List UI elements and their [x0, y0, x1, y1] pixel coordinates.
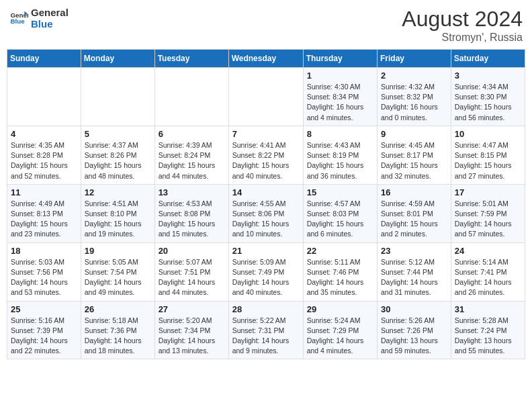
calendar-cell: 12Sunrise: 4:51 AM Sunset: 8:10 PM Dayli…: [81, 184, 154, 242]
calendar-cell: [7, 68, 81, 126]
day-detail: Sunrise: 5:11 AM Sunset: 7:46 PM Dayligh…: [307, 257, 373, 298]
calendar-cell: 18Sunrise: 5:03 AM Sunset: 7:56 PM Dayli…: [7, 242, 81, 301]
calendar-cell: 10Sunrise: 4:47 AM Sunset: 8:15 PM Dayli…: [451, 126, 525, 184]
day-number: 30: [381, 304, 447, 314]
day-detail: Sunrise: 5:05 AM Sunset: 7:54 PM Dayligh…: [85, 257, 151, 298]
month-year-title: August 2024: [402, 7, 523, 32]
weekday-header-wednesday: Wednesday: [228, 50, 303, 68]
calendar-cell: 1Sunrise: 4:30 AM Sunset: 8:34 PM Daylig…: [303, 68, 377, 126]
logo-icon: General Blue: [9, 9, 28, 28]
day-number: 3: [455, 71, 521, 81]
day-detail: Sunrise: 5:16 AM Sunset: 7:39 PM Dayligh…: [11, 316, 77, 357]
calendar-cell: 31Sunrise: 5:28 AM Sunset: 7:24 PM Dayli…: [451, 301, 525, 359]
day-number: 31: [455, 304, 521, 314]
day-number: 13: [159, 187, 225, 197]
calendar-cell: 26Sunrise: 5:18 AM Sunset: 7:36 PM Dayli…: [81, 301, 154, 359]
calendar-cell: 13Sunrise: 4:53 AM Sunset: 8:08 PM Dayli…: [154, 184, 228, 242]
calendar-cell: 30Sunrise: 5:26 AM Sunset: 7:26 PM Dayli…: [378, 301, 451, 359]
calendar-week-row: 18Sunrise: 5:03 AM Sunset: 7:56 PM Dayli…: [7, 242, 525, 301]
day-number: 4: [11, 129, 77, 139]
title-block: August 2024 Stromyn', Russia: [402, 7, 523, 44]
day-detail: Sunrise: 4:55 AM Sunset: 8:06 PM Dayligh…: [232, 199, 300, 240]
day-detail: Sunrise: 4:35 AM Sunset: 8:28 PM Dayligh…: [11, 140, 77, 181]
calendar-cell: 8Sunrise: 4:43 AM Sunset: 8:19 PM Daylig…: [303, 126, 377, 184]
day-number: 25: [11, 304, 77, 314]
logo-blue-text: Blue: [31, 18, 69, 30]
day-detail: Sunrise: 4:41 AM Sunset: 8:22 PM Dayligh…: [232, 140, 300, 181]
calendar-cell: 25Sunrise: 5:16 AM Sunset: 7:39 PM Dayli…: [7, 301, 81, 359]
weekday-header-thursday: Thursday: [303, 50, 377, 68]
calendar-cell: 27Sunrise: 5:20 AM Sunset: 7:34 PM Dayli…: [154, 301, 228, 359]
day-detail: Sunrise: 4:30 AM Sunset: 8:34 PM Dayligh…: [307, 82, 373, 123]
weekday-header-saturday: Saturday: [451, 50, 525, 68]
day-number: 15: [307, 187, 373, 197]
day-number: 18: [11, 246, 77, 256]
day-number: 23: [381, 246, 447, 256]
day-detail: Sunrise: 5:22 AM Sunset: 7:31 PM Dayligh…: [232, 316, 300, 357]
calendar-table: SundayMondayTuesdayWednesdayThursdayFrid…: [7, 49, 525, 359]
calendar-cell: 23Sunrise: 5:12 AM Sunset: 7:44 PM Dayli…: [378, 242, 451, 301]
calendar-cell: 28Sunrise: 5:22 AM Sunset: 7:31 PM Dayli…: [228, 301, 303, 359]
day-detail: Sunrise: 4:47 AM Sunset: 8:15 PM Dayligh…: [455, 140, 521, 181]
page-header: General Blue General Blue August 2024 St…: [7, 7, 525, 44]
logo: General Blue General Blue: [9, 7, 69, 30]
day-number: 21: [232, 246, 300, 256]
day-number: 20: [159, 246, 225, 256]
day-number: 28: [232, 304, 300, 314]
day-detail: Sunrise: 5:09 AM Sunset: 7:49 PM Dayligh…: [232, 257, 300, 298]
calendar-cell: [154, 68, 228, 126]
day-detail: Sunrise: 5:24 AM Sunset: 7:29 PM Dayligh…: [307, 316, 373, 357]
calendar-cell: 17Sunrise: 5:01 AM Sunset: 7:59 PM Dayli…: [451, 184, 525, 242]
day-number: 9: [381, 129, 447, 139]
calendar-week-row: 4Sunrise: 4:35 AM Sunset: 8:28 PM Daylig…: [7, 126, 525, 184]
calendar-week-row: 11Sunrise: 4:49 AM Sunset: 8:13 PM Dayli…: [7, 184, 525, 242]
day-number: 5: [85, 129, 151, 139]
calendar-cell: 7Sunrise: 4:41 AM Sunset: 8:22 PM Daylig…: [228, 126, 303, 184]
day-number: 12: [85, 187, 151, 197]
calendar-cell: [81, 68, 154, 126]
calendar-cell: 20Sunrise: 5:07 AM Sunset: 7:51 PM Dayli…: [154, 242, 228, 301]
calendar-cell: 22Sunrise: 5:11 AM Sunset: 7:46 PM Dayli…: [303, 242, 377, 301]
day-number: 6: [159, 129, 225, 139]
day-detail: Sunrise: 5:18 AM Sunset: 7:36 PM Dayligh…: [85, 316, 151, 357]
calendar-cell: 15Sunrise: 4:57 AM Sunset: 8:03 PM Dayli…: [303, 184, 377, 242]
logo-general-text: General: [31, 7, 69, 18]
day-number: 17: [455, 187, 521, 197]
day-detail: Sunrise: 5:01 AM Sunset: 7:59 PM Dayligh…: [455, 199, 521, 240]
calendar-cell: [228, 68, 303, 126]
calendar-cell: 29Sunrise: 5:24 AM Sunset: 7:29 PM Dayli…: [303, 301, 377, 359]
day-detail: Sunrise: 5:12 AM Sunset: 7:44 PM Dayligh…: [381, 257, 447, 298]
day-number: 11: [11, 187, 77, 197]
day-detail: Sunrise: 4:34 AM Sunset: 8:30 PM Dayligh…: [455, 82, 521, 123]
day-detail: Sunrise: 4:39 AM Sunset: 8:24 PM Dayligh…: [159, 140, 225, 181]
calendar-cell: 5Sunrise: 4:37 AM Sunset: 8:26 PM Daylig…: [81, 126, 154, 184]
day-detail: Sunrise: 4:49 AM Sunset: 8:13 PM Dayligh…: [11, 199, 77, 240]
day-number: 7: [232, 129, 300, 139]
calendar-cell: 2Sunrise: 4:32 AM Sunset: 8:32 PM Daylig…: [378, 68, 451, 126]
weekday-header-friday: Friday: [378, 50, 451, 68]
weekday-header-monday: Monday: [81, 50, 154, 68]
calendar-week-row: 25Sunrise: 5:16 AM Sunset: 7:39 PM Dayli…: [7, 301, 525, 359]
calendar-cell: 16Sunrise: 4:59 AM Sunset: 8:01 PM Dayli…: [378, 184, 451, 242]
day-detail: Sunrise: 5:14 AM Sunset: 7:41 PM Dayligh…: [455, 257, 521, 298]
calendar-cell: 6Sunrise: 4:39 AM Sunset: 8:24 PM Daylig…: [154, 126, 228, 184]
day-number: 8: [307, 129, 373, 139]
day-detail: Sunrise: 4:59 AM Sunset: 8:01 PM Dayligh…: [381, 199, 447, 240]
day-detail: Sunrise: 5:28 AM Sunset: 7:24 PM Dayligh…: [455, 316, 521, 357]
day-number: 1: [307, 71, 373, 81]
day-detail: Sunrise: 4:57 AM Sunset: 8:03 PM Dayligh…: [307, 199, 373, 240]
calendar-cell: 19Sunrise: 5:05 AM Sunset: 7:54 PM Dayli…: [81, 242, 154, 301]
day-detail: Sunrise: 5:03 AM Sunset: 7:56 PM Dayligh…: [11, 257, 77, 298]
calendar-cell: 14Sunrise: 4:55 AM Sunset: 8:06 PM Dayli…: [228, 184, 303, 242]
svg-text:Blue: Blue: [10, 18, 25, 26]
day-number: 27: [159, 304, 225, 314]
calendar-cell: 3Sunrise: 4:34 AM Sunset: 8:30 PM Daylig…: [451, 68, 525, 126]
day-detail: Sunrise: 4:45 AM Sunset: 8:17 PM Dayligh…: [381, 140, 447, 181]
day-detail: Sunrise: 4:51 AM Sunset: 8:10 PM Dayligh…: [85, 199, 151, 240]
calendar-cell: 21Sunrise: 5:09 AM Sunset: 7:49 PM Dayli…: [228, 242, 303, 301]
calendar-cell: 11Sunrise: 4:49 AM Sunset: 8:13 PM Dayli…: [7, 184, 81, 242]
weekday-header-row: SundayMondayTuesdayWednesdayThursdayFrid…: [7, 50, 525, 68]
day-detail: Sunrise: 5:07 AM Sunset: 7:51 PM Dayligh…: [159, 257, 225, 298]
day-detail: Sunrise: 5:20 AM Sunset: 7:34 PM Dayligh…: [159, 316, 225, 357]
day-number: 16: [381, 187, 447, 197]
